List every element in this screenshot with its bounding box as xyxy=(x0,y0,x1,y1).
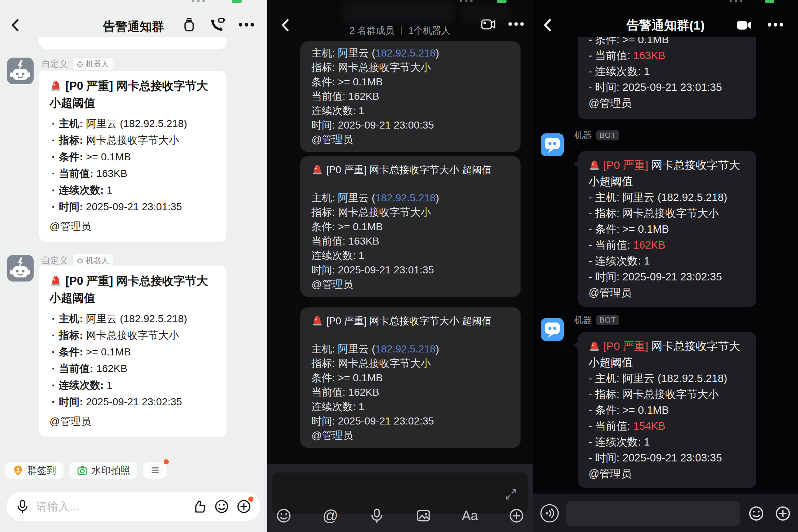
current-value: 163KB xyxy=(633,50,665,61)
ip-link[interactable]: 182.92.5.218 xyxy=(375,47,436,59)
mention[interactable]: @管理员 xyxy=(311,277,509,291)
siren-icon xyxy=(589,340,600,351)
sender-name: 机器 xyxy=(574,129,592,141)
statusbar-remnant-dots xyxy=(460,0,473,2)
field-condition: 条件: >= 0.1MB xyxy=(311,75,509,89)
text-format-icon[interactable]: Aa xyxy=(461,507,478,524)
field-count: - 连续次数: 1 xyxy=(589,64,746,79)
sender-row: 自定义 机器人 xyxy=(41,58,113,70)
field-count: - 连续次数: 1 xyxy=(589,434,746,450)
sender-name: 机器 xyxy=(574,314,592,326)
mic-icon[interactable] xyxy=(15,499,30,514)
more-icon[interactable] xyxy=(767,22,784,27)
more-actions-button[interactable] xyxy=(143,462,167,479)
mention[interactable]: @管理员 xyxy=(311,428,509,443)
sender-name: 自定义 xyxy=(41,58,68,70)
plus-icon[interactable] xyxy=(508,507,525,524)
emoji-icon[interactable] xyxy=(747,505,765,522)
group-signin-button[interactable]: 群签到 xyxy=(5,462,64,479)
more-icon[interactable] xyxy=(238,22,255,27)
field-condition: 条件:>= 0.1MB xyxy=(50,149,216,165)
field-current: 当前值: 162KB xyxy=(311,89,509,103)
mention[interactable]: @管理员 xyxy=(311,132,509,147)
alert-card[interactable]: 主机: 阿里云 (182.92.5.218) 指标: 网卡总接收字节大小 条件:… xyxy=(300,41,521,152)
field-current: - 当前值: 162KB xyxy=(589,237,746,253)
bot-count: 1个机器人 xyxy=(409,24,451,37)
field-time: 时间: 2025-09-21 23:01:35 xyxy=(311,263,509,277)
panel-dark-chat: 2 名群成员 | 1个机器人 主机: 阿里云 (182.92.5.218) 指标… xyxy=(267,0,533,532)
field-condition: - 条件: >= 0.1MB xyxy=(589,221,746,237)
field-current: 当前值: 163KB xyxy=(311,234,509,248)
field-count: 连续次数:1 xyxy=(50,377,216,393)
ding-flask-icon[interactable] xyxy=(181,16,197,33)
mic-icon[interactable] xyxy=(368,507,385,524)
chat-header: 告警通知群 xyxy=(0,0,267,37)
alert-fields: 主机:阿里云 (182.92.5.218) 指标:网卡总接收字节大小 条件:>=… xyxy=(50,310,216,410)
emoji-icon[interactable] xyxy=(214,498,230,515)
member-count: 2 名群成员 xyxy=(349,24,394,37)
notification-dot xyxy=(164,459,169,464)
video-call-icon[interactable] xyxy=(480,16,497,33)
bot-avatar[interactable] xyxy=(7,58,34,84)
redacted-title xyxy=(343,1,454,23)
mention-icon[interactable]: @ xyxy=(322,507,339,524)
video-call-icon[interactable] xyxy=(209,16,226,33)
mention[interactable]: @管理员 xyxy=(50,218,216,235)
voice-icon[interactable] xyxy=(539,503,560,524)
mention[interactable]: @管理员 xyxy=(589,95,746,111)
robot-avatar-icon xyxy=(7,58,34,84)
field-current: 当前值: 162KB xyxy=(311,385,509,399)
alert-card[interactable]: [P0 严重] 网卡总接收字节大小 超阈值 主机: 阿里云 (182.92.5.… xyxy=(300,307,521,448)
field-current: 当前值:162KB xyxy=(50,360,216,377)
mention[interactable]: @管理员 xyxy=(589,285,746,301)
ip-link[interactable]: 182.92.5.218 xyxy=(375,343,436,355)
bot-avatar[interactable] xyxy=(541,318,564,341)
panel-feishu-dark: - 条件: >= 0.1MB - 当前值: 163KB - 连续次数: 1 - … xyxy=(533,0,798,532)
sender-row: 机器 BOT xyxy=(574,129,619,141)
field-condition: 条件: >= 0.1MB xyxy=(311,219,509,234)
expand-icon[interactable] xyxy=(505,488,517,501)
panel-dingtalk-light: 告警通知群 自定义 机器人 xyxy=(0,0,267,532)
robot-tag-icon xyxy=(76,257,83,264)
chat-bubble-avatar-icon xyxy=(541,318,564,341)
statusbar-battery-icon xyxy=(765,0,774,3)
emoji-icon[interactable] xyxy=(275,507,292,524)
alert-card[interactable]: [P0 严重] 网卡总接收字节大小 超阈值 主机: 阿里云 (182.92.5.… xyxy=(300,156,521,297)
image-icon[interactable] xyxy=(415,507,432,524)
sender-row: 机器 BOT xyxy=(574,314,619,326)
chat-header: 2 名群成员 | 1个机器人 xyxy=(267,0,533,37)
more-icon[interactable] xyxy=(508,21,525,27)
alert-title: [P0 严重] 网卡总接收字节大小 超阈值 xyxy=(311,314,509,328)
sender-row: 自定义 机器人 xyxy=(41,254,113,267)
robot-tag: 机器人 xyxy=(72,254,113,267)
mention[interactable]: @管理员 xyxy=(50,413,216,430)
thumbs-up-icon[interactable] xyxy=(191,498,208,515)
field-time: - 时间: 2025-09-21 23:03:35 xyxy=(589,450,746,466)
ip-link[interactable]: 182.92.5.218 xyxy=(375,192,436,204)
severity-label: [P0 严重] xyxy=(603,340,648,352)
siren-icon xyxy=(311,314,323,326)
message-input[interactable] xyxy=(566,501,740,526)
subtitle-divider: | xyxy=(400,24,403,37)
alert-bubble[interactable]: [P0 严重] 网卡总接收字节大小超阈值 - 主机: 阿里云 (182.92.5… xyxy=(578,151,756,307)
plus-icon[interactable] xyxy=(774,505,792,522)
mention[interactable]: @管理员 xyxy=(589,466,746,482)
bot-avatar[interactable] xyxy=(541,133,564,156)
alert-card[interactable]: [P0 严重] 网卡总接收字节大小超阈值 主机:阿里云 (182.92.5.21… xyxy=(39,266,226,437)
alert-bubble[interactable]: [P0 严重] 网卡总接收字节大小超阈值 - 主机: 阿里云 (182.92.5… xyxy=(578,332,756,488)
siren-icon xyxy=(50,79,62,91)
robot-tag: 机器人 xyxy=(72,57,113,71)
field-count: - 连续次数: 1 xyxy=(589,253,746,269)
field-host: 主机: 阿里云 (182.92.5.218) xyxy=(311,46,509,60)
video-call-icon[interactable] xyxy=(736,17,752,33)
chat-title: 告警通知群(1) xyxy=(533,17,798,34)
message-input[interactable] xyxy=(36,500,185,513)
field-time: 时间:2025-09-21 23:01:35 xyxy=(50,198,216,215)
field-count: 连续次数:1 xyxy=(50,182,216,198)
plus-button[interactable] xyxy=(236,498,252,515)
watermark-camera-button[interactable]: 水印拍照 xyxy=(69,462,137,479)
alert-card[interactable]: [P0 严重] 网卡总接收字节大小超阈值 主机:阿里云 (182.92.5.21… xyxy=(39,71,226,242)
bot-avatar[interactable] xyxy=(7,255,34,282)
camera-icon xyxy=(77,465,88,476)
field-count: 连续次数: 1 xyxy=(311,103,509,118)
